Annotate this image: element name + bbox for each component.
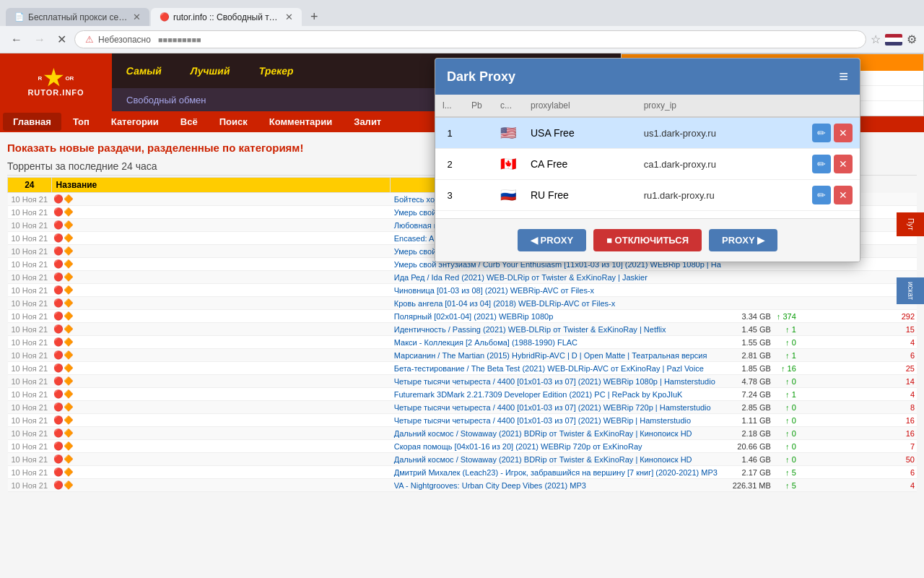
torrent-icons: 🔴🔶 xyxy=(51,271,391,284)
tab-close-1[interactable]: ✕ xyxy=(133,12,141,22)
torrent-size: 2.81 GB xyxy=(729,349,775,362)
disconnect-button[interactable]: ■ ОТКЛЮЧИТЬСЯ xyxy=(593,229,702,251)
torrent-size xyxy=(729,271,775,284)
torrent-row[interactable]: 10 Ноя 21 🔴🔶 Futuremark 3DMark 2.21.7309… xyxy=(8,388,918,401)
torrent-seeds: ↑ 374 xyxy=(775,310,798,323)
torrent-row[interactable]: 10 Ноя 21 🔴🔶 Ида Ред / Ida Red (2021) WE… xyxy=(8,271,918,284)
prev-proxy-button[interactable]: ◀ PROXY xyxy=(518,229,586,251)
col-label: proxylabel xyxy=(523,95,637,117)
tab-active[interactable]: 🔴 rutor.info :: Свободный торрент... ✕ xyxy=(151,8,302,26)
forward-button[interactable]: → xyxy=(30,32,49,48)
torrent-size: 2.17 GB xyxy=(729,466,775,479)
nav-cats[interactable]: Категории xyxy=(101,113,169,131)
torrent-name[interactable]: Макси - Коллекция [2 Альбома] (1988-1990… xyxy=(391,336,729,349)
torrent-row[interactable]: 10 Ноя 21 🔴🔶 Четыре тысячи четыреста / 4… xyxy=(8,375,918,388)
torrent-leech: 15 xyxy=(798,323,917,336)
address-input[interactable]: ⚠ Небезопасно ■■■■■■■■■ xyxy=(74,30,866,48)
torrent-row[interactable]: 10 Ноя 21 🔴🔶 Скорая помощь [04x01-16 из … xyxy=(8,440,918,453)
proxy-delete-button[interactable]: ✕ xyxy=(834,186,853,204)
nav-home[interactable]: Главная xyxy=(3,113,61,131)
torrent-icons: 🔴🔶 xyxy=(51,193,391,206)
torrent-name[interactable]: Скорая помощь [04x01-16 из 20] (2021) WE… xyxy=(391,440,729,453)
settings-button[interactable]: ⚙ xyxy=(907,33,917,46)
torrent-seeds: ↑ 5 xyxy=(775,466,798,479)
torrent-name[interactable]: Марсианин / The Martian (2015) HybridRip… xyxy=(391,349,729,362)
slogan-1: Самый xyxy=(126,65,163,77)
torrent-icons: 🔴🔶 xyxy=(51,349,391,362)
torrent-row[interactable]: 10 Ноя 21 🔴🔶 VA - Nightgrooves: Urban Ci… xyxy=(8,479,918,492)
torrent-icons: 🔴🔶 xyxy=(51,297,391,310)
proxy-delete-button[interactable]: ✕ xyxy=(834,124,853,142)
nav-top[interactable]: Топ xyxy=(63,113,100,131)
torrent-size: 1.85 GB xyxy=(729,362,775,375)
torrent-seeds: ↑ 5 xyxy=(775,479,798,492)
proxy-menu-icon[interactable]: ≡ xyxy=(839,67,848,86)
nav-all[interactable]: Всё xyxy=(170,113,208,131)
proxy-edit-button[interactable]: ✏ xyxy=(812,186,831,204)
torrent-name[interactable]: VA - Nightgrooves: Urban City Deep Vibes… xyxy=(391,479,729,492)
torrent-name[interactable]: Четыре тысячи четыреста / 4400 [01x01-03… xyxy=(391,375,729,388)
torrent-row[interactable]: 10 Ноя 21 🔴🔶 Кровь ангела [01-04 из 04] … xyxy=(8,297,918,310)
torrent-name[interactable]: Чиновница [01-03 из 08] (2021) WEBRip-AV… xyxy=(391,284,729,297)
proxy-edit-button[interactable]: ✏ xyxy=(812,124,831,142)
rutor-logo: R OR RUTOR.INFO xyxy=(0,53,112,111)
torrent-row[interactable]: 10 Ноя 21 🔴🔶 Макси - Коллекция [2 Альбом… xyxy=(8,336,918,349)
torrent-row[interactable]: 10 Ноя 21 🔴🔶 Полярный [02x01-04] (2021) … xyxy=(8,310,918,323)
torrent-icons: 🔴🔶 xyxy=(51,401,391,414)
proxy-edit-button[interactable]: ✏ xyxy=(812,155,831,173)
torrent-seeds: ↑ 0 xyxy=(775,453,798,466)
torrent-name[interactable]: Ида Ред / Ida Red (2021) WEB-DLRip от Tw… xyxy=(391,271,729,284)
torrent-name[interactable]: Четыре тысячи четыреста / 4400 [01x01-03… xyxy=(391,401,729,414)
proxy-footer: ◀ PROXY ■ ОТКЛЮЧИТЬСЯ PROXY ▶ xyxy=(435,218,860,262)
torrent-leech: 14 xyxy=(798,375,917,388)
torrent-date: 10 Ноя 21 xyxy=(8,479,52,492)
torrent-row[interactable]: 10 Ноя 21 🔴🔶 Марсианин / The Martian (20… xyxy=(8,349,918,362)
proxy-table-row[interactable]: 3 🇷🇺 RU Free ru1.dark-proxy.ru ✏ ✕ xyxy=(435,180,860,211)
nav-search[interactable]: Поиск xyxy=(209,113,258,131)
torrent-name[interactable]: Кровь ангела [01-04 из 04] (2018) WEB-DL… xyxy=(391,297,729,310)
torrent-name[interactable]: Дальний космос / Stowaway (2021) BDRip о… xyxy=(391,453,729,466)
tab-close-2[interactable]: ✕ xyxy=(285,12,293,22)
torrent-name[interactable]: Полярный [02x01-04] (2021) WEBRip 1080p xyxy=(391,310,729,323)
tab-bar: 📄 Бесплатный прокси сервер ✕ 🔴 rutor.inf… xyxy=(0,0,924,26)
proxy-row-label: CA Free xyxy=(523,149,637,180)
torrent-leech: 25 xyxy=(798,362,917,375)
torrent-name[interactable]: Дмитрий Михалек (Leach23) - Игрок, забра… xyxy=(391,466,729,479)
proxy-table-row[interactable]: 1 🇺🇸 USA Free us1.dark-proxy.ru ✏ ✕ xyxy=(435,117,860,149)
torrent-row[interactable]: 10 Ноя 21 🔴🔶 Бета-тестирование / The Bet… xyxy=(8,362,918,375)
torrent-seeds xyxy=(775,297,798,310)
torrent-row[interactable]: 10 Ноя 21 🔴🔶 Чиновница [01-03 из 08] (20… xyxy=(8,284,918,297)
close-button[interactable]: ✕ xyxy=(53,31,70,48)
address-bar: ← → ✕ ⚠ Небезопасно ■■■■■■■■■ ☆ ⚙ xyxy=(0,26,924,53)
torrent-icons: 🔴🔶 xyxy=(51,284,391,297)
nav-upload[interactable]: Залит xyxy=(344,113,391,131)
side-text: Пут xyxy=(907,218,915,230)
torrent-leech: 8 xyxy=(798,401,917,414)
new-tab-button[interactable]: + xyxy=(303,7,326,26)
torrent-row[interactable]: 10 Ноя 21 🔴🔶 Дмитрий Михалек (Leach23) -… xyxy=(8,466,918,479)
nav-comments[interactable]: Комментарии xyxy=(259,113,343,131)
torrent-row[interactable]: 10 Ноя 21 🔴🔶 Идентичность / Passing (202… xyxy=(8,323,918,336)
torrent-name[interactable]: Бета-тестирование / The Beta Test (2021)… xyxy=(391,362,729,375)
torrent-seeds xyxy=(775,271,798,284)
torrent-date: 10 Ноя 21 xyxy=(8,349,52,362)
back-button[interactable]: ← xyxy=(7,32,26,48)
torrent-row[interactable]: 10 Ноя 21 🔴🔶 Дальний космос / Stowaway (… xyxy=(8,427,918,440)
torrent-seeds: ↑ 1 xyxy=(775,388,798,401)
proxy-table-row[interactable]: 2 🇨🇦 CA Free ca1.dark-proxy.ru ✏ ✕ xyxy=(435,149,860,180)
torrent-name[interactable]: Futuremark 3DMark 2.21.7309 Developer Ed… xyxy=(391,388,729,401)
tab-inactive[interactable]: 📄 Бесплатный прокси сервер ✕ xyxy=(6,8,149,26)
torrent-name[interactable]: Четыре тысячи четыреста / 4400 [01x01-03… xyxy=(391,414,729,427)
torrent-row[interactable]: 10 Ноя 21 🔴🔶 Четыре тысячи четыреста / 4… xyxy=(8,401,918,414)
bookmark-button[interactable]: ☆ xyxy=(871,33,881,46)
proxy-row-pb xyxy=(464,117,493,149)
torrent-size: 226.31 MB xyxy=(729,479,775,492)
torrent-name[interactable]: Дальний космос / Stowaway (2021) BDRip о… xyxy=(391,427,729,440)
torrent-name[interactable]: Идентичность / Passing (2021) WEB-DLRip … xyxy=(391,323,729,336)
torrent-icons: 🔴🔶 xyxy=(51,219,391,232)
torrent-date: 10 Ноя 21 xyxy=(8,466,52,479)
torrent-row[interactable]: 10 Ноя 21 🔴🔶 Четыре тысячи четыреста / 4… xyxy=(8,414,918,427)
next-proxy-button[interactable]: PROXY ▶ xyxy=(709,229,777,251)
proxy-delete-button[interactable]: ✕ xyxy=(834,155,853,173)
torrent-row[interactable]: 10 Ноя 21 🔴🔶 Дальний космос / Stowaway (… xyxy=(8,453,918,466)
